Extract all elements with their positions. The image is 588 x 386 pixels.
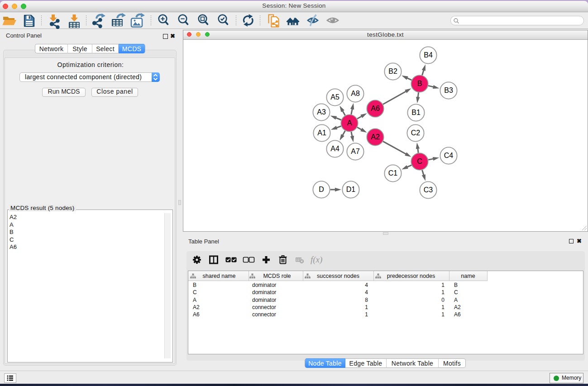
svg-text:B2: B2	[388, 67, 397, 75]
svg-text:B4: B4	[424, 51, 433, 59]
svg-text:A6: A6	[371, 105, 380, 112]
svg-text:C2: C2	[411, 129, 421, 137]
svg-text:A8: A8	[351, 90, 360, 97]
svg-text:B3: B3	[444, 86, 453, 94]
svg-text:A: A	[347, 119, 352, 127]
svg-text:A4: A4	[330, 145, 339, 152]
svg-text:D: D	[319, 186, 324, 193]
svg-text:B: B	[417, 80, 422, 87]
svg-text:A2: A2	[371, 133, 380, 141]
svg-text:C: C	[417, 157, 422, 165]
svg-text:B1: B1	[411, 109, 421, 116]
svg-text:D1: D1	[346, 186, 356, 193]
svg-text:A1: A1	[317, 129, 326, 137]
svg-text:f(x): f(x)	[311, 255, 322, 265]
svg-text:A7: A7	[351, 148, 360, 155]
svg-text:C3: C3	[424, 186, 433, 194]
svg-text:C4: C4	[444, 152, 454, 159]
svg-text:A5: A5	[330, 93, 339, 101]
svg-text:A3: A3	[317, 108, 326, 116]
svg-text:C1: C1	[388, 169, 398, 177]
